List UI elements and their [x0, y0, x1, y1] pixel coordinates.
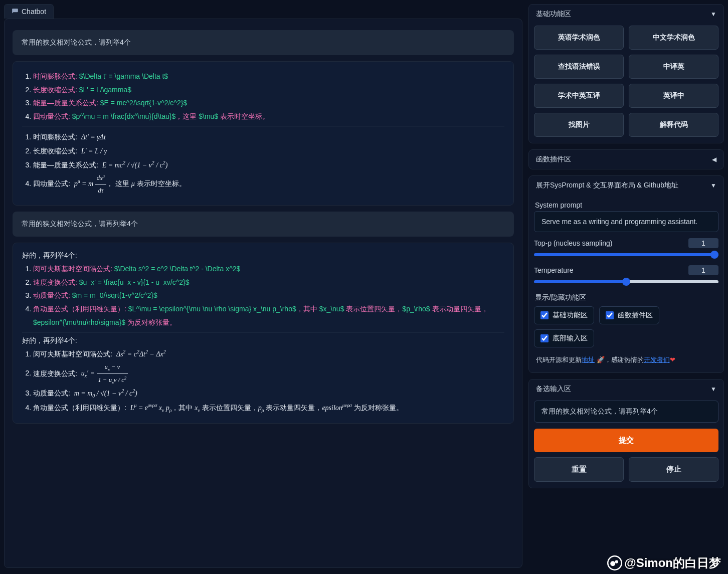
section-title: 备选输入区	[536, 385, 571, 394]
section-title: 基础功能区	[536, 10, 571, 19]
temperature-label: Temperature	[534, 266, 574, 274]
rendered-list: 闵可夫斯基时空间隔公式: Δs2 = c2Δt2 − Δx2 速度变换公式: u…	[22, 347, 504, 415]
devs-link[interactable]: 开发者们	[644, 356, 670, 363]
footer-links: 代码开源和更新地址 🚀，感谢热情的开发者们❤	[534, 355, 718, 366]
section-header[interactable]: 备选输入区 ▼	[529, 379, 723, 399]
message-text: 常用的狭义相对论公式，请再列举4个	[22, 220, 138, 228]
temperature-value[interactable]: 1	[688, 265, 718, 275]
assistant-message: 好的，再列举4个: 闵可夫斯基时空间隔公式: $\Delta s^2 = c^2…	[13, 243, 514, 424]
reset-button[interactable]: 重置	[534, 457, 624, 482]
chevron-down-icon: ▼	[710, 386, 716, 393]
rendered-list: 时间膨胀公式: Δt′ = γΔt 长度收缩公式: L′ = L / γ 能量—…	[22, 130, 504, 197]
divider	[22, 332, 504, 332]
section-header[interactable]: 基础功能区 ▼	[529, 5, 723, 24]
prompt-input[interactable]: 常用的狭义相对论公式，请再列举4个	[534, 401, 718, 423]
toggle-basic-checkbox[interactable]: 基础功能区	[534, 306, 594, 324]
sys-prompt-input[interactable]: Serve me as a writing and programming as…	[534, 211, 718, 232]
fn-find-image-button[interactable]: 找图片	[534, 113, 624, 137]
user-message: 常用的狭义相对论公式，请列举4个	[13, 30, 514, 55]
bot-intro: 好的，再列举4个:	[22, 251, 504, 260]
bot-intro: 好的，再列举4个:	[22, 336, 504, 345]
tab-label: Chatbot	[22, 8, 46, 16]
tab-chatbot[interactable]: Chatbot	[4, 4, 54, 19]
fn-en-to-zh-button[interactable]: 英译中	[629, 84, 718, 108]
top-p-label: Top-p (nucleus sampling)	[534, 239, 612, 247]
chevron-down-icon: ▼	[710, 182, 716, 189]
chat-panel: 常用的狭义相对论公式，请列举4个 时间膨胀公式: $\Delta t' = \g…	[4, 19, 522, 568]
toggle-section-label: 显示/隐藏功能区	[535, 293, 718, 302]
alt-input-panel: 备选输入区 ▼ 常用的狭义相对论公式，请再列举4个 提交 重置 停止	[528, 379, 724, 488]
section-title: 函数插件区	[536, 155, 571, 164]
section-title: 展开SysPrompt & 交互界面布局 & Github地址	[536, 181, 678, 190]
divider	[22, 126, 504, 126]
raw-latex-list: 时间膨胀公式: $\Delta t' = \gamma \Delta t$ 长度…	[22, 70, 504, 123]
advanced-panel: 展开SysPrompt & 交互界面布局 & Github地址 ▼ System…	[528, 175, 724, 373]
chevron-down-icon: ▼	[710, 11, 716, 18]
assistant-message: 时间膨胀公式: $\Delta t' = \gamma \Delta t$ 长度…	[13, 61, 514, 206]
temperature-slider[interactable]	[534, 280, 718, 283]
stop-button[interactable]: 停止	[629, 457, 718, 482]
svg-point-2	[615, 560, 618, 563]
repo-link[interactable]: 地址	[582, 356, 595, 363]
message-text: 常用的狭义相对论公式，请列举4个	[22, 38, 131, 46]
fn-explain-code-button[interactable]: 解释代码	[629, 113, 718, 137]
basic-functions-panel: 基础功能区 ▼ 英语学术润色 中文学术润色 查找语法错误 中译英 学术中英互译 …	[528, 4, 724, 143]
toggle-plugin-checkbox[interactable]: 函数插件区	[599, 306, 659, 324]
fn-chinese-polish-button[interactable]: 中文学术润色	[629, 26, 718, 50]
top-p-value[interactable]: 1	[688, 238, 718, 248]
fn-english-polish-button[interactable]: 英语学术润色	[534, 26, 624, 50]
plugin-panel: 函数插件区 ◀	[528, 149, 724, 169]
fn-grammar-check-button[interactable]: 查找语法错误	[534, 55, 624, 79]
chat-icon	[12, 8, 19, 15]
svg-point-1	[611, 561, 616, 566]
weibo-icon	[607, 555, 622, 570]
sys-prompt-label: System prompt	[535, 201, 718, 209]
raw-latex-list: 闵可夫斯基时空间隔公式: $\Delta s^2 = c^2 \Delta t^…	[22, 262, 504, 329]
fn-zh-to-en-button[interactable]: 中译英	[629, 55, 718, 79]
submit-button[interactable]: 提交	[534, 429, 718, 452]
fn-academic-translate-button[interactable]: 学术中英互译	[534, 84, 624, 108]
section-header[interactable]: 展开SysPrompt & 交互界面布局 & Github地址 ▼	[529, 176, 723, 195]
toggle-bottom-input-checkbox[interactable]: 底部输入区	[534, 329, 594, 347]
watermark: @Simon的白日梦	[607, 555, 721, 571]
user-message: 常用的狭义相对论公式，请再列举4个	[13, 212, 514, 237]
top-p-slider[interactable]	[534, 253, 718, 256]
section-header[interactable]: 函数插件区 ◀	[529, 150, 723, 169]
chevron-left-icon: ◀	[712, 156, 716, 163]
